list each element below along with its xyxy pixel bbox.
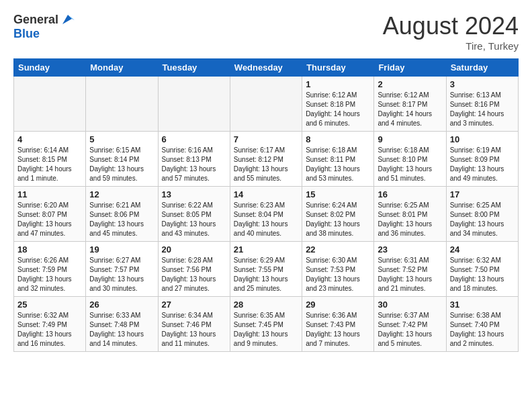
day-number: 7 xyxy=(234,134,298,144)
day-cell: 28Sunrise: 6:35 AM Sunset: 7:45 PM Dayli… xyxy=(230,297,302,352)
day-info: Sunrise: 6:14 AM Sunset: 8:15 PM Dayligh… xyxy=(17,146,82,183)
day-number: 16 xyxy=(378,189,442,199)
day-info: Sunrise: 6:18 AM Sunset: 8:11 PM Dayligh… xyxy=(306,146,370,183)
week-row-1: 4Sunrise: 6:14 AM Sunset: 8:15 PM Daylig… xyxy=(14,132,519,187)
day-cell: 14Sunrise: 6:23 AM Sunset: 8:04 PM Dayli… xyxy=(230,187,302,242)
day-info: Sunrise: 6:27 AM Sunset: 7:57 PM Dayligh… xyxy=(89,256,154,293)
day-cell: 5Sunrise: 6:15 AM Sunset: 8:14 PM Daylig… xyxy=(86,132,158,187)
week-row-0: 1Sunrise: 6:12 AM Sunset: 8:18 PM Daylig… xyxy=(14,77,519,132)
day-info: Sunrise: 6:23 AM Sunset: 8:04 PM Dayligh… xyxy=(234,201,298,238)
col-header-sunday: Sunday xyxy=(14,59,86,77)
day-cell xyxy=(14,77,86,132)
col-header-monday: Monday xyxy=(86,59,158,77)
day-number: 23 xyxy=(378,244,442,255)
day-info: Sunrise: 6:32 AM Sunset: 7:49 PM Dayligh… xyxy=(17,311,82,349)
day-cell: 18Sunrise: 6:26 AM Sunset: 7:59 PM Dayli… xyxy=(14,242,86,297)
day-info: Sunrise: 6:13 AM Sunset: 8:16 PM Dayligh… xyxy=(450,91,515,128)
day-info: Sunrise: 6:20 AM Sunset: 8:07 PM Dayligh… xyxy=(17,201,82,238)
day-info: Sunrise: 6:16 AM Sunset: 8:13 PM Dayligh… xyxy=(162,146,226,183)
day-cell: 17Sunrise: 6:25 AM Sunset: 8:00 PM Dayli… xyxy=(446,187,518,242)
day-number: 18 xyxy=(17,244,82,255)
logo-blue-text: Blue xyxy=(13,27,40,40)
col-header-wednesday: Wednesday xyxy=(230,59,302,77)
page: General Blue August 2024 Tire, Turkey Su… xyxy=(0,0,532,359)
day-cell: 1Sunrise: 6:12 AM Sunset: 8:18 PM Daylig… xyxy=(302,77,374,132)
logo: General Blue xyxy=(13,12,75,41)
week-row-2: 11Sunrise: 6:20 AM Sunset: 8:07 PM Dayli… xyxy=(14,187,519,242)
day-info: Sunrise: 6:33 AM Sunset: 7:48 PM Dayligh… xyxy=(89,311,154,349)
day-cell xyxy=(86,77,158,132)
logo-icon xyxy=(60,12,75,27)
day-cell: 3Sunrise: 6:13 AM Sunset: 8:16 PM Daylig… xyxy=(446,77,518,132)
calendar-table: SundayMondayTuesdayWednesdayThursdayFrid… xyxy=(13,58,519,352)
day-number: 12 xyxy=(89,189,154,199)
day-cell: 20Sunrise: 6:28 AM Sunset: 7:56 PM Dayli… xyxy=(158,242,230,297)
day-number: 28 xyxy=(234,300,298,310)
day-info: Sunrise: 6:12 AM Sunset: 8:17 PM Dayligh… xyxy=(378,91,442,128)
day-cell: 9Sunrise: 6:18 AM Sunset: 8:10 PM Daylig… xyxy=(374,132,446,187)
day-info: Sunrise: 6:25 AM Sunset: 8:00 PM Dayligh… xyxy=(450,201,515,238)
day-number: 9 xyxy=(378,134,442,144)
day-cell: 22Sunrise: 6:30 AM Sunset: 7:53 PM Dayli… xyxy=(302,242,374,297)
day-cell: 4Sunrise: 6:14 AM Sunset: 8:15 PM Daylig… xyxy=(14,132,86,187)
day-number: 19 xyxy=(89,244,154,255)
week-row-3: 18Sunrise: 6:26 AM Sunset: 7:59 PM Dayli… xyxy=(14,242,519,297)
day-cell: 26Sunrise: 6:33 AM Sunset: 7:48 PM Dayli… xyxy=(86,297,158,352)
location: Tire, Turkey xyxy=(383,40,519,52)
day-number: 24 xyxy=(450,244,515,255)
day-number: 31 xyxy=(450,300,515,310)
day-number: 11 xyxy=(17,189,82,199)
day-info: Sunrise: 6:36 AM Sunset: 7:43 PM Dayligh… xyxy=(306,311,370,349)
day-cell: 25Sunrise: 6:32 AM Sunset: 7:49 PM Dayli… xyxy=(14,297,86,352)
day-number: 2 xyxy=(378,79,442,89)
day-cell xyxy=(230,77,302,132)
col-header-thursday: Thursday xyxy=(302,59,374,77)
day-number: 29 xyxy=(306,300,370,310)
day-cell: 30Sunrise: 6:37 AM Sunset: 7:42 PM Dayli… xyxy=(374,297,446,352)
day-number: 27 xyxy=(162,300,226,310)
day-number: 26 xyxy=(89,300,154,310)
day-info: Sunrise: 6:17 AM Sunset: 8:12 PM Dayligh… xyxy=(234,146,298,183)
day-cell: 8Sunrise: 6:18 AM Sunset: 8:11 PM Daylig… xyxy=(302,132,374,187)
day-cell: 27Sunrise: 6:34 AM Sunset: 7:46 PM Dayli… xyxy=(158,297,230,352)
day-number: 4 xyxy=(17,134,82,144)
col-header-friday: Friday xyxy=(374,59,446,77)
day-info: Sunrise: 6:19 AM Sunset: 8:09 PM Dayligh… xyxy=(450,146,515,183)
day-info: Sunrise: 6:29 AM Sunset: 7:55 PM Dayligh… xyxy=(234,256,298,293)
header: General Blue August 2024 Tire, Turkey xyxy=(13,12,519,52)
day-info: Sunrise: 6:12 AM Sunset: 8:18 PM Dayligh… xyxy=(306,91,370,128)
day-number: 20 xyxy=(162,244,226,255)
header-row: SundayMondayTuesdayWednesdayThursdayFrid… xyxy=(14,59,519,77)
day-info: Sunrise: 6:31 AM Sunset: 7:52 PM Dayligh… xyxy=(378,256,442,293)
day-number: 17 xyxy=(450,189,515,199)
day-cell: 11Sunrise: 6:20 AM Sunset: 8:07 PM Dayli… xyxy=(14,187,86,242)
day-number: 21 xyxy=(234,244,298,255)
col-header-tuesday: Tuesday xyxy=(158,59,230,77)
col-header-saturday: Saturday xyxy=(446,59,518,77)
day-number: 14 xyxy=(234,189,298,199)
day-number: 3 xyxy=(450,79,515,89)
week-row-4: 25Sunrise: 6:32 AM Sunset: 7:49 PM Dayli… xyxy=(14,297,519,352)
day-cell: 23Sunrise: 6:31 AM Sunset: 7:52 PM Dayli… xyxy=(374,242,446,297)
day-cell: 7Sunrise: 6:17 AM Sunset: 8:12 PM Daylig… xyxy=(230,132,302,187)
day-info: Sunrise: 6:32 AM Sunset: 7:50 PM Dayligh… xyxy=(450,256,515,293)
month-title: August 2024 xyxy=(383,12,519,40)
svg-marker-0 xyxy=(62,15,72,24)
day-number: 8 xyxy=(306,134,370,144)
day-number: 25 xyxy=(17,300,82,310)
day-number: 30 xyxy=(378,300,442,310)
day-number: 5 xyxy=(89,134,154,144)
day-cell: 12Sunrise: 6:21 AM Sunset: 8:06 PM Dayli… xyxy=(86,187,158,242)
day-number: 6 xyxy=(162,134,226,144)
day-cell: 2Sunrise: 6:12 AM Sunset: 8:17 PM Daylig… xyxy=(374,77,446,132)
day-info: Sunrise: 6:25 AM Sunset: 8:01 PM Dayligh… xyxy=(378,201,442,238)
day-info: Sunrise: 6:38 AM Sunset: 7:40 PM Dayligh… xyxy=(450,311,515,349)
day-info: Sunrise: 6:22 AM Sunset: 8:05 PM Dayligh… xyxy=(162,201,226,238)
day-cell: 10Sunrise: 6:19 AM Sunset: 8:09 PM Dayli… xyxy=(446,132,518,187)
day-cell: 31Sunrise: 6:38 AM Sunset: 7:40 PM Dayli… xyxy=(446,297,518,352)
day-number: 15 xyxy=(306,189,370,199)
day-info: Sunrise: 6:34 AM Sunset: 7:46 PM Dayligh… xyxy=(162,311,226,349)
day-cell: 15Sunrise: 6:24 AM Sunset: 8:02 PM Dayli… xyxy=(302,187,374,242)
day-cell: 16Sunrise: 6:25 AM Sunset: 8:01 PM Dayli… xyxy=(374,187,446,242)
day-cell: 6Sunrise: 6:16 AM Sunset: 8:13 PM Daylig… xyxy=(158,132,230,187)
